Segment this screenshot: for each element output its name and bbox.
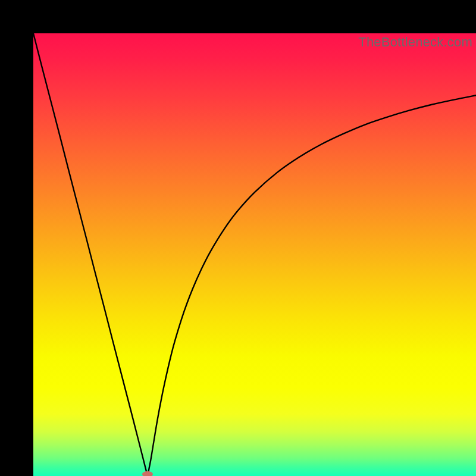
watermark-text: TheBottleneck.com [358, 35, 472, 50]
chart-svg [33, 33, 476, 476]
chart-frame: TheBottleneck.com [0, 0, 476, 476]
chart-background [33, 33, 476, 476]
chart-plot-area: TheBottleneck.com [33, 33, 476, 476]
